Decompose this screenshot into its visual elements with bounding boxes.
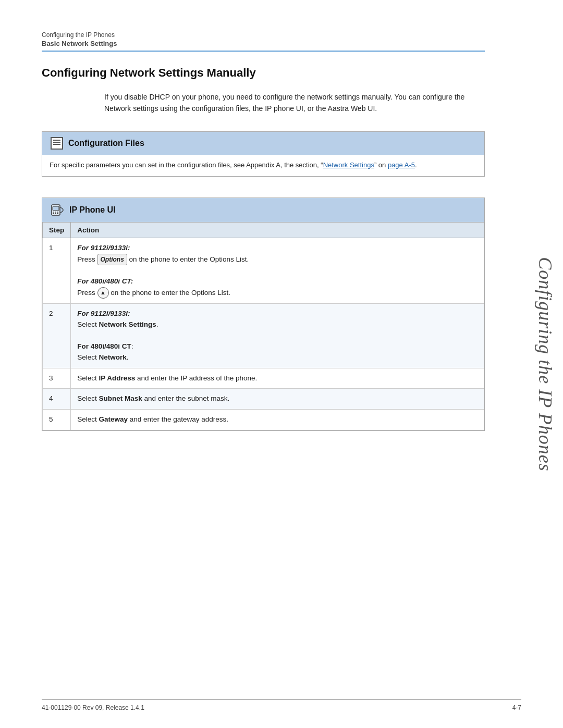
breadcrumb-bottom: Basic Network Settings xyxy=(42,40,485,47)
svg-rect-3 xyxy=(55,212,56,213)
col-action: Action xyxy=(71,222,484,238)
step-action: For 9112i/9133i: Select Network Settings… xyxy=(71,303,484,368)
header-rule xyxy=(42,51,485,52)
footer: 41-001129-00 Rev 09, Release 1.4.1 4-7 xyxy=(42,699,521,711)
breadcrumb-top: Configuring the IP Phones xyxy=(42,31,485,39)
page-title: Configuring Network Settings Manually xyxy=(42,66,485,80)
step-number: 1 xyxy=(43,238,71,303)
options-key: Options xyxy=(97,254,127,266)
table-row: 5 Select Gateway and enter the gateway a… xyxy=(43,410,484,430)
for-480i-label-1: For 480i/480i CT: xyxy=(77,277,133,285)
step-number: 5 xyxy=(43,410,71,430)
gateway-label: Gateway xyxy=(99,415,128,423)
subnet-mask-label: Subnet Mask xyxy=(99,394,142,402)
steps-table: Step Action 1 For 9112i/9133i: Press Opt… xyxy=(42,222,484,431)
config-files-box: Configuration Files For specific paramet… xyxy=(42,131,485,177)
config-box-body: For specific parameters you can set in t… xyxy=(42,155,484,176)
ip-phone-ui-box: IP Phone UI Step Action 1 For 9112i/9133… xyxy=(42,198,485,431)
main-content: Configuring the IP Phones Basic Network … xyxy=(0,0,527,728)
svg-rect-2 xyxy=(53,212,54,213)
network-label: Network xyxy=(99,353,127,361)
for-9112-label-2: For 9112i/9133i: xyxy=(77,310,130,317)
step-number: 4 xyxy=(43,389,71,410)
ip-address-label: IP Address xyxy=(99,374,136,382)
sidebar-rotated: Configuring the IP Phones xyxy=(528,0,563,728)
config-body-middle: ” on xyxy=(374,161,388,169)
config-body-prefix: For specific parameters you can set in t… xyxy=(50,161,323,169)
svg-rect-4 xyxy=(57,212,58,213)
page-a5-link[interactable]: page A-5 xyxy=(388,161,415,169)
phone-icon xyxy=(51,203,64,217)
step-action: Select IP Address and enter the IP addre… xyxy=(71,368,484,389)
step-action: Select Subnet Mask and enter the subnet … xyxy=(71,389,484,410)
intro-paragraph: If you disable DHCP on your phone, you n… xyxy=(104,91,485,115)
ip-box-header: IP Phone UI xyxy=(42,198,484,222)
document-icon xyxy=(51,137,63,150)
config-body-suffix: . xyxy=(415,161,417,169)
step-number: 2 xyxy=(43,303,71,368)
page-wrapper: Configuring the IP Phones Basic Network … xyxy=(0,0,563,728)
table-row: 3 Select IP Address and enter the IP add… xyxy=(43,368,484,389)
table-row: 4 Select Subnet Mask and enter the subne… xyxy=(43,389,484,410)
for-9112-label-1: For 9112i/9133i: xyxy=(77,244,130,252)
footer-right: 4-7 xyxy=(512,704,521,711)
step-number: 3 xyxy=(43,368,71,389)
for-480i-label-2: For 480i/480i CT xyxy=(77,342,131,350)
footer-left: 41-001129-00 Rev 09, Release 1.4.1 xyxy=(42,704,144,711)
table-row: 1 For 9112i/9133i: Press Options on the … xyxy=(43,238,484,303)
sidebar-rotated-text: Configuring the IP Phones xyxy=(534,257,556,471)
ip-box-title: IP Phone UI xyxy=(69,205,116,215)
config-box-header: Configuration Files xyxy=(42,132,484,155)
breadcrumb: Configuring the IP Phones Basic Network … xyxy=(42,31,485,47)
config-box-title: Configuration Files xyxy=(68,139,144,148)
col-step: Step xyxy=(43,222,71,238)
svg-rect-6 xyxy=(55,213,56,214)
svg-rect-5 xyxy=(53,213,54,214)
network-settings-link[interactable]: Network Settings xyxy=(323,161,374,169)
network-settings-label: Network Settings xyxy=(99,320,156,328)
step-action: For 9112i/9133i: Press Options on the ph… xyxy=(71,238,484,303)
table-row: 2 For 9112i/9133i: Select Network Settin… xyxy=(43,303,484,368)
step-action: Select Gateway and enter the gateway add… xyxy=(71,410,484,430)
svg-rect-7 xyxy=(57,213,58,214)
arrow-key: ▲ xyxy=(97,287,109,299)
svg-rect-1 xyxy=(53,206,59,211)
